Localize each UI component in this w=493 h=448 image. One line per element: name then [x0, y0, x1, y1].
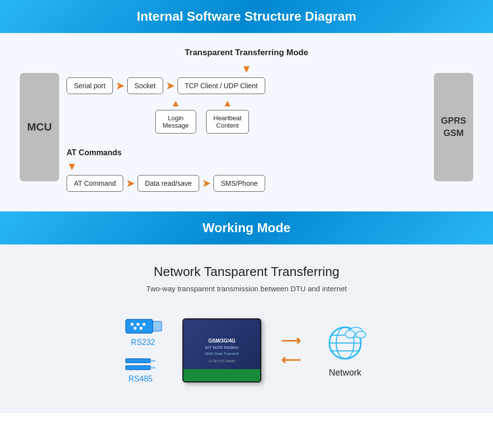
svg-rect-7 — [126, 359, 150, 363]
working-mode-header: Working Mode — [0, 211, 493, 244]
diagram-section: Transparent Transferring Mode MCU ▼ Seri… — [0, 33, 493, 211]
svg-point-5 — [134, 327, 137, 330]
data-read-save-box: Data read/save — [138, 175, 199, 192]
rs232-icon — [123, 317, 163, 335]
network-subtitle: Two-way transparent transmission between… — [30, 284, 463, 293]
network-label: Network — [329, 368, 361, 378]
svg-point-4 — [142, 323, 145, 326]
section1-header: Internal Software Structure Diagram — [0, 0, 493, 33]
section1-title: Internal Software Structure Diagram — [0, 9, 493, 24]
serial-ports: RS232 RS485 — [123, 317, 163, 383]
svg-rect-1 — [153, 321, 162, 331]
dtu-bottom-bar — [183, 369, 260, 381]
double-arrow: ⟶ ⟵ — [281, 333, 301, 368]
rs485-label: RS485 — [129, 375, 153, 383]
top-flow-row: Serial port ➤ Socket ➤ TCP Client / UDP … — [67, 77, 426, 94]
heartbeat-up-arrow: ▲ — [222, 98, 232, 108]
svg-point-3 — [137, 323, 140, 326]
svg-point-18 — [356, 331, 366, 338]
at-command-box: AT Command — [67, 175, 123, 192]
at-arrow1: ➤ — [126, 177, 135, 189]
flow-area: ▼ Serial port ➤ Socket ➤ TCP Client / UD… — [59, 63, 434, 192]
svg-rect-0 — [126, 319, 153, 333]
svg-point-17 — [345, 330, 355, 338]
transparent-mode-area: ▼ Serial port ➤ Socket ➤ TCP Client / UD… — [67, 63, 426, 134]
sub-boxes: ▲ LoginMessage ▲ HeartbeatContent — [67, 98, 426, 134]
login-up-arrow: ▲ — [171, 98, 180, 108]
mcu-box: MCU — [20, 73, 59, 181]
at-flow-row: AT Command ➤ Data read/save ➤ SMS/Phone — [67, 175, 426, 192]
arrow1: ➤ — [116, 80, 124, 92]
network-title: Network Tansparent Transferring — [30, 264, 463, 279]
at-commands-label: AT Commands — [67, 148, 426, 157]
network-cloud: Network — [320, 323, 370, 378]
dtu-device: GSM/3G/4G IoT M2M Modem SMA Data Transmi… — [182, 318, 261, 382]
svg-rect-9 — [150, 360, 155, 362]
mode-title: Transparent Transferring Mode — [20, 48, 473, 58]
rs232-item: RS232 — [123, 317, 163, 347]
at-commands-area: AT Commands ▼ AT Command ➤ Data read/sav… — [67, 148, 426, 192]
socket-box: Socket — [127, 77, 163, 94]
tcp-client-box: TCP Client / UDP Client — [177, 77, 265, 94]
heartbeat-wrapper: ▲ HeartbeatContent — [206, 98, 249, 134]
svg-point-2 — [131, 323, 134, 326]
sms-phone-box: SMS/Phone — [213, 175, 265, 192]
rs485-item: RS485 — [123, 357, 158, 383]
svg-point-6 — [140, 327, 142, 330]
rs485-icon — [123, 357, 158, 372]
diagram-content: MCU ▼ Serial port ➤ Socket ➤ TCP Client … — [20, 63, 473, 192]
serial-port-box: Serial port — [67, 77, 113, 94]
svg-rect-8 — [126, 366, 150, 370]
at-arrow2: ➤ — [202, 177, 211, 189]
arrow-left-icon: ⟵ — [281, 352, 301, 368]
working-mode-content: Network Tansparent Transferring Two-way … — [0, 244, 493, 413]
gprs-box: GPRSGSM — [434, 73, 473, 181]
working-diagram: RS232 RS485 GSM/3G/4G IoT M2M Modem SMA — [30, 317, 463, 383]
at-down-arrow: ▼ — [67, 160, 426, 173]
transparent-down-arrow: ▼ — [67, 63, 426, 75]
arrow2: ➤ — [166, 80, 175, 92]
heartbeat-content-box: HeartbeatContent — [206, 110, 249, 134]
arrow-right-icon: ⟶ — [281, 333, 301, 349]
svg-rect-10 — [150, 367, 155, 369]
login-message-wrapper: ▲ LoginMessage — [155, 98, 196, 134]
cloud-icon — [320, 323, 370, 363]
working-mode-title: Working Mode — [0, 220, 493, 236]
login-message-box: LoginMessage — [155, 110, 196, 134]
rs232-label: RS232 — [131, 338, 155, 347]
